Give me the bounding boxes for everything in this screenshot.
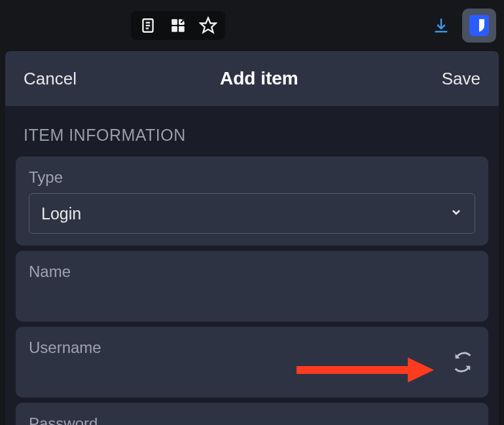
username-label: Username (29, 339, 450, 357)
generate-username-button[interactable] (450, 350, 475, 375)
type-field-card: Type Login (16, 157, 488, 246)
username-input[interactable] (29, 363, 450, 386)
star-icon[interactable] (199, 16, 217, 35)
name-field-card[interactable]: Name (16, 251, 488, 322)
name-input[interactable] (29, 287, 475, 310)
svg-rect-4 (171, 19, 177, 25)
type-value: Login (41, 204, 81, 223)
save-button[interactable]: Save (442, 69, 480, 89)
popup-header: Cancel Add item Save (5, 51, 499, 106)
bitwarden-extension-button[interactable] (462, 9, 496, 43)
toolbar-right-group (432, 9, 496, 43)
section-title: ITEM INFORMATION (16, 126, 488, 145)
name-label: Name (29, 263, 475, 281)
download-icon[interactable] (432, 16, 450, 35)
svg-marker-8 (200, 18, 215, 32)
toolbar-center-group (131, 11, 225, 40)
popup-title: Add item (220, 68, 298, 89)
chevron-down-icon (450, 206, 463, 221)
bitwarden-shield-icon (469, 15, 489, 36)
type-select[interactable]: Login (29, 193, 475, 234)
password-field-card: Password (16, 403, 488, 425)
reader-icon[interactable] (139, 16, 157, 35)
type-label: Type (29, 168, 475, 187)
apps-icon[interactable] (169, 16, 187, 35)
username-field-card: Username (16, 327, 488, 397)
password-label: Password (29, 415, 475, 425)
add-item-popup: Cancel Add item Save ITEM INFORMATION Ty… (5, 51, 499, 425)
browser-toolbar (0, 0, 504, 51)
popup-body: ITEM INFORMATION Type Login Name Usernam… (5, 106, 499, 425)
svg-rect-6 (171, 26, 177, 32)
cancel-button[interactable]: Cancel (24, 69, 77, 89)
svg-rect-7 (179, 26, 185, 32)
